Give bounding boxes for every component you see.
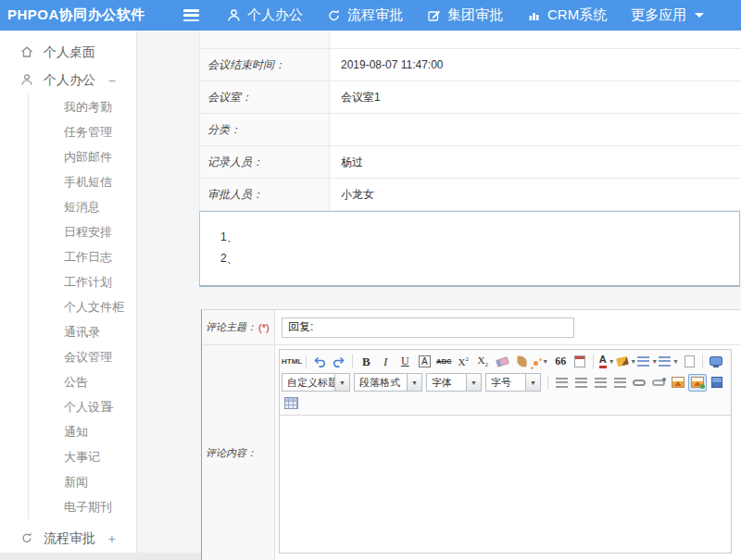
nav-group-approval[interactable]: 集团审批: [427, 6, 503, 24]
unlink-icon[interactable]: [649, 374, 668, 392]
sidebar-item-internal-mail[interactable]: 内部邮件: [29, 144, 136, 169]
row-label: 会议室：: [200, 81, 330, 113]
font-color-glyph: A: [599, 355, 607, 368]
sidebar-item-label: 内部邮件: [64, 149, 112, 166]
custom-title-select[interactable]: 自定义标题▼: [282, 373, 350, 392]
nav-label: 个人办公: [247, 6, 303, 24]
sidebar-item-label: 任务管理: [64, 124, 112, 141]
caret-down-icon: [695, 13, 704, 18]
comment-subject-row: 评论主题： (*): [202, 310, 741, 345]
dropdown-caret-icon: ▼: [334, 374, 349, 391]
sidebar-item-desktop[interactable]: 个人桌面: [0, 39, 136, 67]
menu-toggle-icon[interactable]: [183, 9, 199, 21]
underline-button[interactable]: U: [396, 353, 414, 370]
sidebar-item-tasks[interactable]: 任务管理: [29, 119, 136, 144]
html-source-button[interactable]: HTML: [282, 353, 302, 370]
blockquote-icon[interactable]: 66: [551, 353, 570, 370]
align-right-button[interactable]: [591, 374, 609, 392]
sidebar-item-label: 手机短信: [64, 174, 112, 191]
align-center-button[interactable]: [571, 374, 590, 392]
unordered-list-button[interactable]: ▼: [659, 353, 679, 370]
select-value: 段落格式: [355, 376, 407, 390]
ordered-list-button[interactable]: ▼: [637, 353, 658, 370]
paste-icon[interactable]: [571, 353, 589, 370]
row-value-cell: [330, 31, 741, 48]
bottom-scrollbar-track[interactable]: [0, 553, 201, 560]
sidebar-item-contacts[interactable]: 通讯录: [29, 319, 136, 344]
new-page-icon[interactable]: [680, 353, 698, 370]
sidebar-item-attendance[interactable]: 我的考勤: [29, 94, 136, 119]
superscript-button[interactable]: X2: [454, 353, 472, 370]
format-brush-icon[interactable]: [512, 353, 531, 370]
highlight-color-button[interactable]: ▼: [617, 353, 636, 370]
strike-glyph: ABC: [436, 357, 451, 366]
strikethrough-button[interactable]: ABC: [434, 353, 453, 370]
nav-personal-office[interactable]: 个人办公: [227, 6, 303, 24]
redo-icon[interactable]: [330, 353, 348, 370]
sidebar-item-short-message[interactable]: 短消息: [29, 194, 136, 219]
image-upload-icon[interactable]: [688, 374, 707, 392]
font-family-select[interactable]: 字体▼: [426, 373, 482, 392]
sidebar-item-work-plan[interactable]: 工作计划: [29, 269, 136, 294]
paragraph-format-select[interactable]: 段落格式▼: [354, 373, 422, 392]
table-row-approver: 审批人员： 小龙女: [200, 179, 741, 211]
italic-button[interactable]: I: [376, 353, 395, 370]
nav-process-approval[interactable]: 流程审批: [327, 6, 403, 24]
font-color-button[interactable]: A▼: [597, 353, 616, 370]
row-label: 记录人员：: [200, 146, 330, 178]
sidebar-item-news[interactable]: 新闻: [29, 469, 136, 494]
expand-icon[interactable]: +: [107, 400, 114, 415]
char-border-button[interactable]: A: [415, 353, 433, 370]
sidebar-item-e-journal[interactable]: 电子期刊: [29, 494, 136, 519]
row-label: 会议结束时间：: [200, 49, 330, 81]
sidebar-item-meetings[interactable]: 会议管理: [29, 344, 136, 369]
align-left-button[interactable]: [552, 374, 571, 392]
collapse-icon[interactable]: −: [108, 73, 116, 88]
justify-button[interactable]: [610, 374, 629, 392]
sidebar: 个人桌面 个人办公 − 我的考勤 任务管理 内部邮件 手机短信 短消息 日程安排…: [0, 31, 137, 553]
dropdown-caret-icon: ▼: [651, 358, 658, 365]
sidebar-item-label: 工作日志: [64, 249, 112, 266]
dropdown-caret-icon: ▼: [407, 374, 421, 391]
bold-button[interactable]: B: [357, 353, 375, 370]
cycle-icon: [327, 8, 341, 22]
insert-table-icon[interactable]: [282, 394, 300, 412]
row-label: 审批人员：: [200, 179, 330, 210]
nav-more-apps[interactable]: 更多应用: [631, 6, 704, 24]
font-size-select[interactable]: 字号▼: [485, 373, 541, 392]
row-value: 杨过: [330, 146, 741, 178]
image-icon[interactable]: [669, 374, 687, 392]
table-row-meeting-room: 会议室： 会议室1: [200, 81, 741, 114]
sidebar-item-announcement[interactable]: 公告: [29, 369, 136, 394]
sidebar-item-personal-settings[interactable]: 个人设置+: [29, 394, 136, 419]
dropdown-caret-icon: ▼: [609, 358, 615, 365]
dropdown-caret-icon: ▼: [672, 358, 679, 365]
link-icon[interactable]: [630, 374, 648, 392]
rich-text-editor: HTML B I U A ABC X2 X2: [279, 349, 732, 554]
sidebar-item-process-approval[interactable]: 流程审批 +: [0, 525, 136, 553]
undo-icon[interactable]: [310, 353, 329, 370]
sidebar-item-label: 短消息: [64, 199, 100, 216]
sidebar-item-label: 新闻: [64, 474, 88, 491]
expand-icon[interactable]: +: [108, 531, 116, 546]
toolbar-row-1: HTML B I U A ABC X2 X2: [282, 351, 729, 372]
sidebar-item-notice[interactable]: 通知: [29, 419, 136, 444]
sidebar-item-milestones[interactable]: 大事记: [29, 444, 136, 469]
subscript-button[interactable]: X2: [473, 353, 492, 370]
sidebar-item-label: 电子期刊: [64, 499, 112, 516]
preview-icon[interactable]: [707, 353, 725, 370]
comment-subject-input[interactable]: [282, 317, 574, 338]
editor-content[interactable]: [280, 416, 731, 553]
eraser-icon[interactable]: [493, 353, 511, 370]
content-line: 2、: [220, 248, 739, 269]
sidebar-item-file-cabinet[interactable]: 个人文件柜: [29, 294, 136, 319]
select-value: 自定义标题: [283, 376, 334, 390]
app-logo: PHPOA协同办公软件: [0, 6, 176, 24]
sidebar-item-personal-office[interactable]: 个人办公 −: [0, 67, 136, 94]
media-icon[interactable]: [708, 374, 726, 392]
nav-crm-system[interactable]: CRM系统: [527, 6, 607, 24]
sidebar-item-schedule[interactable]: 日程安排: [29, 219, 136, 244]
sidebar-item-sms[interactable]: 手机短信: [29, 169, 136, 194]
sidebar-item-work-log[interactable]: 工作日志: [29, 244, 136, 269]
autotypeset-icon[interactable]: ▼: [532, 353, 550, 370]
